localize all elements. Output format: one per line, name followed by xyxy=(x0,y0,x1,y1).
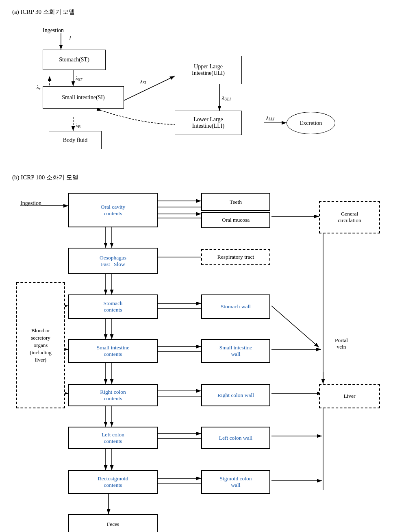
part-b-label: (b) ICRP 100 소화기 모델 xyxy=(12,174,394,181)
box-sigmoid-colon-wall: Sigmoid colon wall xyxy=(201,470,270,494)
svg-text:λULI: λULI xyxy=(221,95,231,101)
box-stomach-contents: Stomach contents xyxy=(68,294,158,319)
svg-line-10 xyxy=(124,76,175,100)
part-a-label: (a) ICRP 30 소화기 모델 xyxy=(12,8,394,16)
box-liver: Liver xyxy=(319,384,380,408)
box-oral-mucosa: Oral mucosa xyxy=(201,212,270,228)
box-general-circulation: General circulation xyxy=(319,201,380,233)
part-a-diagram: Ingestion İ λST λr λSI λB λULI λLLI xyxy=(20,23,370,157)
box-small-intestine-si: Small intestine(SI) xyxy=(43,86,124,109)
box-left-colon-contents: Left colon contents xyxy=(68,427,158,449)
box-oesophagus: Oesophagus Fast | Slow xyxy=(68,248,158,274)
svg-line-35 xyxy=(271,306,319,347)
box-oral-cavity-contents: Oral cavity contents xyxy=(68,193,158,227)
box-left-colon-wall: Left colon wall xyxy=(201,427,270,449)
box-small-intestine-contents: Small intestine contents xyxy=(68,339,158,363)
box-right-colon-wall: Right colon wall xyxy=(201,384,270,406)
svg-text:λB: λB xyxy=(75,122,80,129)
box-rectosigmoid-contents: Rectosigmoid contents xyxy=(68,470,158,494)
svg-text:Ingestion: Ingestion xyxy=(43,27,64,33)
box-body-fluid: Body fluid xyxy=(49,131,102,149)
box-respiratory-tract: Respiratory tract xyxy=(201,249,270,265)
svg-text:λr: λr xyxy=(36,84,41,91)
part-b-diagram: Ingestion Blood or secretory organs (inc… xyxy=(16,189,398,532)
box-teeth: Teeth xyxy=(201,193,270,211)
box-lower-large-intestine: Lower Large Intestine(LLI) xyxy=(175,111,242,135)
box-stomach-wall: Stomach wall xyxy=(201,294,270,319)
svg-text:λLLI: λLLI xyxy=(266,115,275,121)
part-a-section: (a) ICRP 30 소화기 모델 Ingestion İ xyxy=(12,8,394,157)
ellipse-excretion: Excretion xyxy=(287,112,335,134)
box-small-intestine-wall: Small intestine wall xyxy=(201,339,270,363)
svg-text:İ: İ xyxy=(69,35,71,41)
svg-text:λST: λST xyxy=(75,75,83,82)
box-stomach-st: Stomach(ST) xyxy=(43,50,106,70)
box-feces: Feces xyxy=(68,514,158,532)
svg-text:λSI: λSI xyxy=(140,78,146,85)
box-right-colon-contents: Right colon contents xyxy=(68,384,158,406)
part-b-section: (b) ICRP 100 소화기 모델 xyxy=(12,174,394,532)
ingestion-label: Ingestion xyxy=(20,200,41,207)
box-upper-large-intestine: Upper Large Intestine(ULI) xyxy=(175,56,242,84)
portal-vein-label: Portal vein xyxy=(325,337,358,350)
box-blood-secretory: Blood or secretory organs (including liv… xyxy=(16,282,65,408)
